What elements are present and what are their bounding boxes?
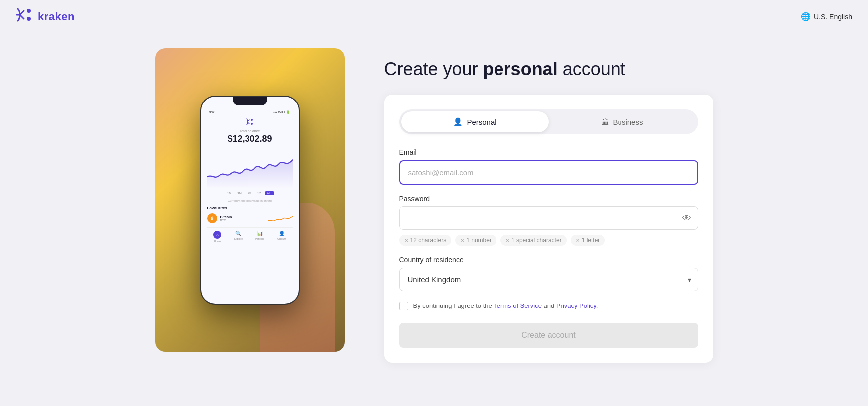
nav-portfolio-icon: 📊	[257, 231, 263, 236]
phone-kraken-logo	[245, 118, 255, 125]
terms-text-after: .	[596, 302, 598, 309]
privacy-policy-link[interactable]: Privacy Policy	[556, 302, 596, 309]
req-special-char-label: 1 special character	[511, 237, 562, 244]
crypto-info: Bitcoin BTC	[220, 215, 265, 222]
terms-text-middle: and	[542, 302, 556, 309]
business-account-btn[interactable]: 🏛 Business	[549, 111, 696, 132]
show-password-icon[interactable]: 👁	[682, 213, 691, 223]
crypto-name: Bitcoin	[220, 215, 265, 219]
phone-bottom-nav: ⌂ Home 🔍 Explore 📊 Portfolio 👤 Account	[207, 227, 293, 246]
req-x-icon-2: ✕	[460, 238, 464, 243]
phone-section-title: Favourites	[207, 206, 293, 210]
password-wrapper: 👁	[399, 206, 698, 230]
create-account-button[interactable]: Create account	[399, 323, 698, 348]
country-select[interactable]: United Kingdom United States Canada Aust…	[399, 268, 698, 291]
chart-tab-all[interactable]: ALL	[265, 191, 274, 195]
svg-point-0	[27, 9, 31, 13]
crypto-item-bitcoin: ₿ Bitcoin BTC	[207, 213, 293, 223]
req-12-chars-label: 12 characters	[410, 237, 447, 244]
title-bold: personal	[483, 59, 558, 79]
phone-image-container: 9:41 ▪▪▪ WiFi 🔋 Total balance $12,302.89	[155, 48, 345, 352]
req-1-letter: ✕ 1 letter	[571, 235, 605, 246]
btc-mini-chart	[268, 213, 293, 223]
req-x-icon-4: ✕	[576, 238, 580, 243]
phone-screen: 9:41 ▪▪▪ WiFi 🔋 Total balance $12,302.89	[201, 97, 299, 304]
title-suffix: account	[558, 59, 625, 79]
country-label: Country of residence	[399, 256, 698, 264]
email-group: Email	[399, 148, 698, 185]
form-card: 👤 Personal 🏛 Business Email Password 👁	[384, 95, 713, 363]
phone-chart-note: Currently, the best value in crypto	[207, 199, 293, 202]
phone-status-bar: 9:41 ▪▪▪ WiFi 🔋	[207, 110, 293, 114]
terms-checkbox[interactable]	[399, 302, 408, 310]
req-special-char: ✕ 1 special character	[500, 235, 567, 246]
password-label: Password	[399, 195, 698, 203]
kraken-logo-icon	[16, 8, 34, 25]
chart-tabs: 1M 3M 6M 1Y ALL	[207, 191, 293, 195]
main-content: 9:41 ▪▪▪ WiFi 🔋 Total balance $12,302.89	[36, 33, 833, 378]
chart-tab-3m[interactable]: 3M	[235, 191, 243, 195]
nav-explore-label: Explore	[234, 237, 243, 240]
header: kraken 🌐 U.S. English	[0, 0, 868, 33]
nav-home[interactable]: ⌂ Home	[213, 231, 221, 243]
svg-point-1	[27, 17, 31, 21]
crypto-ticker: BTC	[220, 219, 265, 222]
phone-chart	[207, 148, 293, 188]
personal-icon: 👤	[453, 117, 463, 126]
req-12-chars: ✕ 12 characters	[399, 235, 452, 246]
form-section: Create your personal account 👤 Personal …	[384, 48, 713, 363]
business-icon: 🏛	[602, 118, 609, 126]
nav-portfolio-label: Portfolio	[255, 237, 264, 240]
nav-account-icon: 👤	[279, 231, 285, 236]
personal-account-btn[interactable]: 👤 Personal	[401, 111, 549, 132]
nav-home-label: Home	[214, 240, 221, 243]
title-prefix: Create your	[384, 59, 483, 79]
terms-text: By continuing I agree to the Terms of Se…	[413, 301, 598, 311]
bitcoin-icon: ₿	[207, 213, 217, 223]
password-group: Password 👁 ✕ 12 characters ✕ 1 number	[399, 195, 698, 246]
terms-row: By continuing I agree to the Terms of Se…	[399, 301, 698, 311]
phone-time: 9:41	[209, 110, 216, 114]
chart-tab-1y[interactable]: 1Y	[255, 191, 263, 195]
logo: kraken	[16, 8, 75, 25]
email-input[interactable]	[399, 160, 698, 185]
nav-explore[interactable]: 🔍 Explore	[234, 231, 243, 243]
globe-icon: 🌐	[801, 12, 811, 21]
nav-portfolio[interactable]: 📊 Portfolio	[255, 231, 264, 243]
req-1-number-label: 1 number	[466, 237, 492, 244]
language-selector[interactable]: 🌐 U.S. English	[801, 12, 852, 21]
nav-account[interactable]: 👤 Account	[277, 231, 286, 243]
country-select-wrapper: United Kingdom United States Canada Aust…	[399, 268, 698, 291]
language-label: U.S. English	[814, 13, 852, 21]
req-1-number: ✕ 1 number	[455, 235, 496, 246]
terms-text-before: By continuing I agree to the	[413, 302, 494, 309]
email-label: Email	[399, 148, 698, 156]
phone-mockup: 9:41 ▪▪▪ WiFi 🔋 Total balance $12,302.89	[200, 96, 300, 304]
nav-account-label: Account	[277, 237, 286, 240]
phone-balance: $12,302.89	[207, 134, 293, 144]
phone-signal: ▪▪▪ WiFi 🔋	[273, 110, 290, 114]
svg-point-3	[251, 123, 253, 125]
business-label: Business	[613, 118, 643, 126]
phone-balance-label: Total balance	[207, 129, 293, 133]
account-type-toggle: 👤 Personal 🏛 Business	[399, 109, 698, 134]
phone-chart-svg	[207, 148, 293, 188]
req-1-letter-label: 1 letter	[582, 237, 600, 244]
password-requirements: ✕ 12 characters ✕ 1 number ✕ 1 special c…	[399, 235, 698, 246]
logo-text: kraken	[38, 10, 75, 23]
personal-label: Personal	[467, 118, 496, 126]
chart-tab-1m[interactable]: 1M	[225, 191, 233, 195]
page-title: Create your personal account	[384, 58, 713, 80]
country-group: Country of residence United Kingdom Unit…	[399, 256, 698, 291]
terms-of-service-link[interactable]: Terms of Service	[494, 302, 542, 309]
nav-explore-icon: 🔍	[235, 231, 241, 236]
password-input[interactable]	[399, 206, 698, 230]
nav-home-icon: ⌂	[213, 231, 221, 239]
req-x-icon: ✕	[404, 238, 408, 243]
req-x-icon-3: ✕	[505, 238, 509, 243]
svg-point-2	[251, 119, 253, 121]
phone-notch	[233, 97, 267, 105]
chart-tab-6m[interactable]: 6M	[246, 191, 253, 195]
